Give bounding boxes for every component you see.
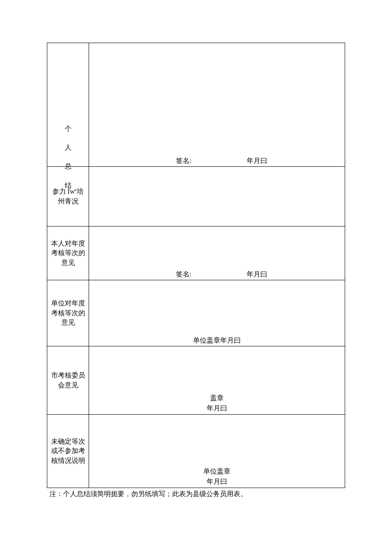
row-label-no-grade-explain: 未确定等次 或不参加考 核情况说明 <box>47 415 89 488</box>
row-content-committee-opinion: 盖章 年月曰 <box>89 346 345 415</box>
label-text: 市考核委员 会意见 <box>47 371 89 390</box>
date-label: 年月曰 <box>247 270 267 278</box>
date-label: 年月曰 <box>247 157 267 164</box>
stamp-block: 单位盖章 年月曰 <box>89 466 345 487</box>
label-char: 总 <box>65 162 72 171</box>
row-label-training: 参力 Iwc培 州青况 <box>47 167 89 227</box>
document-page: 个 人 总 结 签名: 年月曰 <box>0 0 392 499</box>
table-row: 未确定等次 或不参加考 核情况说明 单位盖章 年月曰 <box>47 415 345 488</box>
form-note: 注：个人总结须简明扼要，勿另纸填写；此表为县级公务员用表。 <box>47 490 345 499</box>
row-label-unit-opinion: 单位对年度 考核等次的 意见 <box>47 280 89 346</box>
label-char: 个 <box>65 124 72 134</box>
signature-label: 签名: <box>167 157 201 166</box>
table-row: 参力 Iwc培 州青况 <box>47 167 345 227</box>
table-row: 本人对年度 考核等次的 意见 签名: 年月曰 <box>47 227 345 280</box>
label-char: 结 <box>65 181 72 190</box>
row-content-personal-summary: 签名: 年月曰 <box>89 43 345 167</box>
signature-label: 签名: <box>167 270 201 279</box>
row-label-self-opinion: 本人对年度 考核等次的 意见 <box>47 227 89 280</box>
signature-line: 签名: 年月曰 <box>89 157 345 166</box>
stamp-line: 单位盖章年月曰 <box>89 336 345 345</box>
row-label-personal-summary: 个 人 总 结 <box>47 43 89 167</box>
signature-line: 签名: 年月曰 <box>89 270 345 279</box>
table-row: 单位对年度 考核等次的 意见 单位盖章年月曰 <box>47 280 345 346</box>
label-text: 未确定等次 或不参加考 核情况说明 <box>47 437 89 465</box>
stamp-block: 盖章 年月曰 <box>89 393 345 413</box>
table-row: 市考核委员 会意见 盖章 年月曰 <box>47 346 345 415</box>
appraisal-form-table: 个 人 总 结 签名: 年月曰 <box>47 43 345 488</box>
row-label-committee-opinion: 市考核委员 会意见 <box>47 346 89 415</box>
row-content-no-grade-explain: 单位盖章 年月曰 <box>89 415 345 488</box>
table-row: 个 人 总 结 签名: 年月曰 <box>47 43 345 167</box>
label-text: 单位对年度 考核等次的 意见 <box>47 299 89 327</box>
vertical-label: 个 人 总 结 <box>47 105 89 124</box>
label-text: 本人对年度 考核等次的 意见 <box>47 239 89 267</box>
row-content-unit-opinion: 单位盖章年月曰 <box>89 280 345 346</box>
label-char: 人 <box>65 143 72 152</box>
row-content-training <box>89 167 345 227</box>
row-content-self-opinion: 签名: 年月曰 <box>89 227 345 280</box>
